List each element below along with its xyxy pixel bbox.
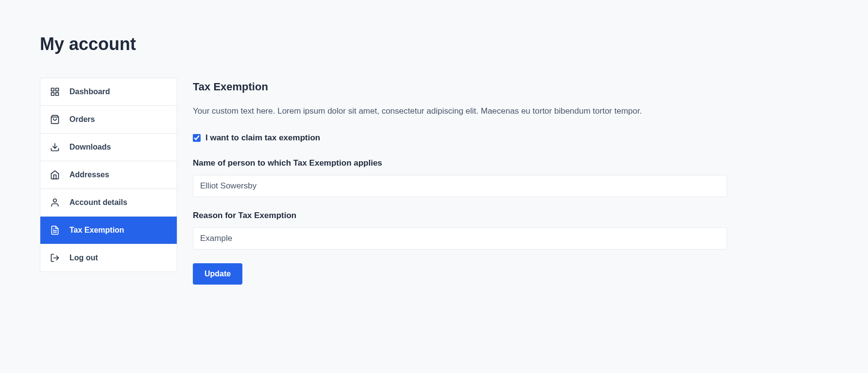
page-title: My account [40, 34, 829, 54]
svg-rect-0 [51, 88, 54, 91]
name-field[interactable] [193, 175, 727, 197]
sidebar-item-downloads[interactable]: Downloads [40, 134, 177, 161]
main-content: Tax Exemption Your custom text here. Lor… [193, 78, 829, 285]
account-sidebar: Dashboard Orders Downloads Addresses [40, 78, 177, 272]
sidebar-item-logout[interactable]: Log out [40, 244, 177, 271]
svg-rect-2 [51, 93, 54, 96]
sidebar-item-label: Log out [69, 254, 98, 262]
shopping-bag-icon [50, 115, 60, 124]
svg-rect-3 [56, 93, 59, 96]
sidebar-item-dashboard[interactable]: Dashboard [40, 78, 177, 106]
file-text-icon [50, 225, 60, 235]
sidebar-item-label: Dashboard [69, 87, 110, 96]
logout-icon [50, 253, 60, 263]
sidebar-item-label: Addresses [69, 170, 109, 179]
name-field-label: Name of person to which Tax Exemption ap… [193, 158, 829, 168]
sidebar-item-addresses[interactable]: Addresses [40, 161, 177, 189]
sidebar-item-label: Orders [69, 115, 95, 124]
reason-field[interactable] [193, 227, 727, 250]
section-title: Tax Exemption [193, 81, 829, 93]
sidebar-item-tax-exemption[interactable]: Tax Exemption [40, 217, 177, 244]
sidebar-item-account-details[interactable]: Account details [40, 189, 177, 217]
sidebar-item-label: Account details [69, 198, 127, 207]
dashboard-icon [50, 87, 60, 97]
reason-field-label: Reason for Tax Exemption [193, 211, 829, 220]
home-icon [50, 170, 60, 180]
claim-exemption-label[interactable]: I want to claim tax exemption [205, 133, 320, 143]
sidebar-item-orders[interactable]: Orders [40, 106, 177, 134]
claim-exemption-checkbox[interactable] [193, 134, 201, 142]
user-icon [50, 198, 60, 207]
svg-rect-1 [56, 88, 59, 91]
sidebar-item-label: Downloads [69, 143, 111, 152]
download-icon [50, 142, 60, 152]
svg-point-6 [53, 199, 57, 203]
section-description: Your custom text here. Lorem ipsum dolor… [193, 105, 829, 118]
update-button[interactable]: Update [193, 263, 242, 285]
sidebar-item-label: Tax Exemption [69, 226, 124, 235]
